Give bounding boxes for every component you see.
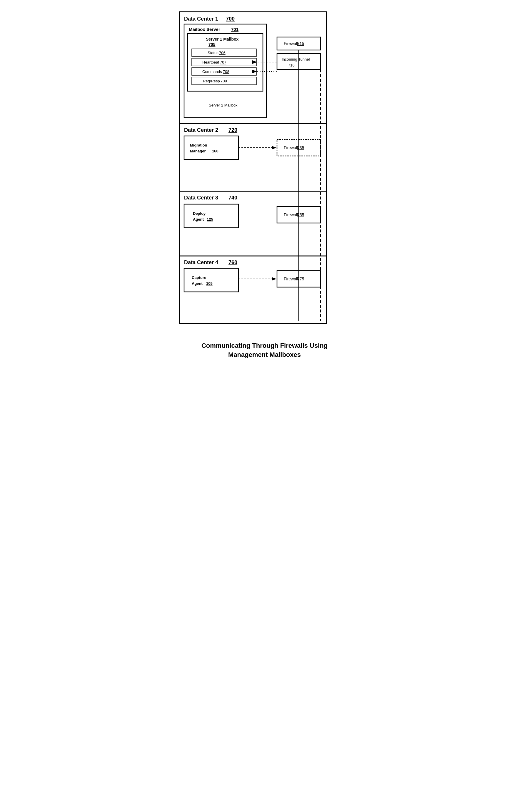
svg-rect-16 bbox=[184, 204, 238, 228]
diagram-caption: Communicating Through Firewalls Using Ma… bbox=[185, 341, 344, 360]
dc2-ref: 720 bbox=[229, 127, 237, 133]
migration-manager-label2: Manager bbox=[190, 149, 206, 153]
capture-agent-ref: 105 bbox=[206, 281, 212, 286]
diagram-svg: Data Center 1 700 Mailbox Server 701 Ser… bbox=[174, 9, 356, 332]
status-ref: 706 bbox=[219, 50, 225, 55]
reqresp-ref: 709 bbox=[221, 79, 227, 83]
firewall-735-label: Firewall bbox=[284, 145, 298, 150]
commands-label: Commands bbox=[202, 70, 222, 74]
incoming-tunnel-label: Incoming Tunnel bbox=[282, 57, 310, 61]
mailbox-server-title: Mailbox Server bbox=[189, 27, 220, 32]
firewall-715-label: Firewall bbox=[284, 41, 298, 46]
deploy-agent-label2: Agent bbox=[193, 217, 204, 221]
capture-agent-label: Capture bbox=[192, 275, 206, 280]
server2-mailbox-label: Server 2 Mailbox bbox=[209, 103, 238, 107]
commands-ref: 708 bbox=[223, 70, 229, 74]
firewall-775-label: Firewall bbox=[284, 277, 298, 281]
server1-mailbox-ref: 705 bbox=[208, 42, 216, 47]
firewall-755-ref: 755 bbox=[297, 213, 304, 217]
firewall-715-ref: 715 bbox=[297, 41, 304, 46]
migration-manager-label: Migration bbox=[190, 143, 207, 147]
reqresp-label: Req/Resp bbox=[203, 79, 220, 83]
dc1-ref: 700 bbox=[226, 16, 235, 22]
heartbeat-label: Heartbeat bbox=[202, 60, 219, 64]
incoming-tunnel-ref: 716 bbox=[288, 63, 295, 67]
status-label: Status bbox=[208, 50, 219, 55]
heartbeat-ref: 707 bbox=[220, 60, 226, 64]
dc4-ref: 760 bbox=[229, 260, 237, 265]
server1-mailbox-title: Server 1 Mailbox bbox=[206, 37, 238, 42]
diagram-wrapper: Data Center 1 700 Mailbox Server 701 Ser… bbox=[171, 9, 359, 360]
svg-rect-13 bbox=[184, 136, 238, 159]
firewall-735-ref: 735 bbox=[297, 145, 304, 150]
dc2-title: Data Center 2 bbox=[184, 127, 218, 133]
deploy-agent-label: Deploy bbox=[193, 211, 206, 216]
svg-rect-18 bbox=[184, 268, 238, 292]
migration-manager-ref: 160 bbox=[212, 149, 219, 153]
firewall-775-ref: 775 bbox=[297, 277, 304, 281]
deploy-agent-ref: 125 bbox=[207, 217, 213, 221]
dc3-ref: 740 bbox=[229, 195, 237, 201]
dc1-title: Data Center 1 bbox=[184, 16, 218, 22]
dc3-title: Data Center 3 bbox=[184, 195, 218, 201]
firewall-755-label: Firewall bbox=[284, 213, 298, 217]
mailbox-server-ref: 701 bbox=[231, 27, 238, 32]
dc4-title: Data Center 4 bbox=[184, 260, 218, 265]
capture-agent-label2: Agent bbox=[192, 281, 203, 286]
